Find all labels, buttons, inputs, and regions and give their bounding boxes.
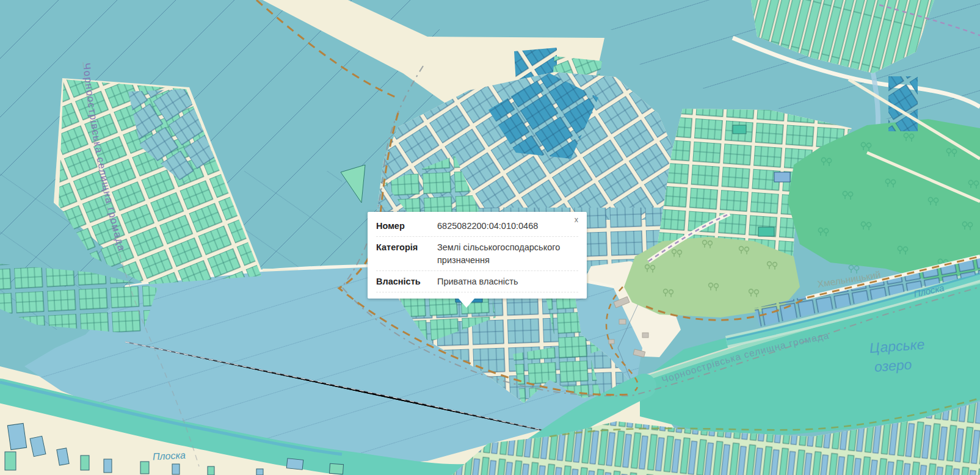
popup-pointer	[458, 298, 475, 308]
close-icon[interactable]: x	[573, 214, 580, 226]
popup-value: Землі сільськогосподарського призначення	[437, 241, 578, 267]
popup-label: Номер	[376, 220, 437, 233]
popup-label: Категорія	[376, 241, 437, 267]
label-river-bottom: Плоска	[153, 450, 186, 462]
popup-row-category: Категорія Землі сільськогосподарського п…	[376, 237, 578, 271]
popup-row-number: Номер 6825082200:04:010:0468	[376, 216, 578, 237]
popup-row-ownership: Власність Приватна власність	[376, 271, 578, 292]
parcel-info-popup: x Номер 6825082200:04:010:0468 Категорія…	[368, 212, 587, 299]
popup-value: Приватна власність	[437, 275, 578, 288]
label-lake-2: озеро	[874, 357, 912, 375]
cadastral-map-screen: Чорноострівська селищна громада Чорноост…	[0, 0, 980, 475]
popup-label: Власність	[376, 275, 437, 288]
popup-value: 6825082200:04:010:0468	[437, 220, 578, 233]
